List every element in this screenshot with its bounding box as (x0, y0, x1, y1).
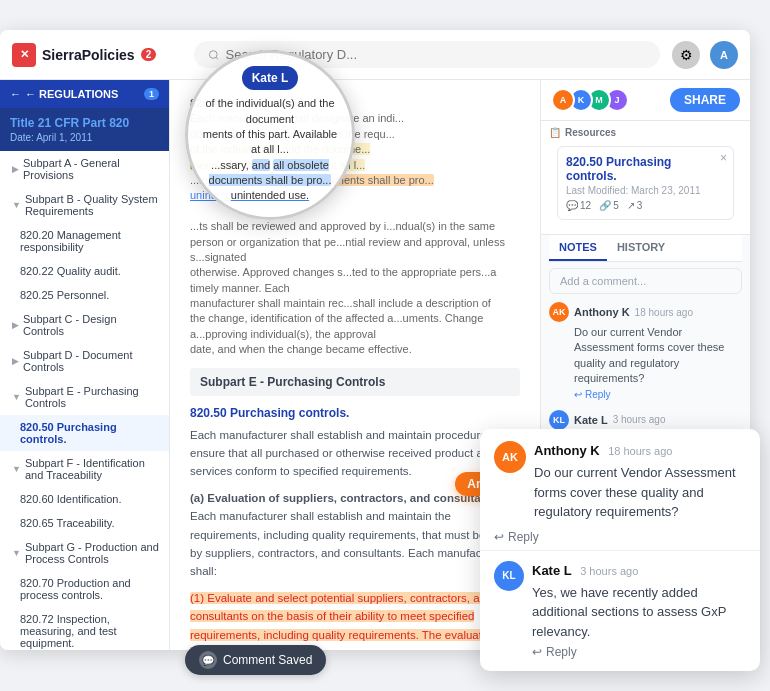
sidebar-item-label: Subpart F - Identification and Traceabil… (25, 457, 159, 481)
add-comment-field[interactable]: Add a comment... (549, 268, 742, 294)
commenter-name-1: Anthony K (574, 306, 630, 318)
popup-reply-anthony[interactable]: ↩ Reply (480, 530, 760, 550)
popup-avatar-anthony: AK (494, 441, 526, 473)
resource-card-title: 820.50 Purchasing controls. (566, 155, 725, 183)
sidebar-item-820-65[interactable]: 820.65 Traceability. (0, 511, 169, 535)
magnifier-highlight-and: and (252, 159, 270, 171)
resources-label: 📋 Resources (549, 127, 742, 138)
reply-label-1: Reply (585, 389, 611, 400)
sidebar-item-label: Subpart D - Document Controls (23, 349, 159, 373)
sidebar-item-label: 820.70 Production and process controls. (20, 577, 159, 601)
logo-area: ✕ SierraPolicies 2 (12, 43, 182, 67)
panel-tabs: NOTES HISTORY (549, 235, 742, 262)
sidebar-back-button[interactable]: ← ← REGULATIONS 1 (0, 80, 169, 108)
popup-second-content: Kate L 3 hours ago Yes, we have recently… (532, 561, 746, 642)
sidebar-item-label: 820.20 Management responsibility (20, 229, 159, 253)
doc-subsection-820-50: 820.50 Purchasing controls. Each manufac… (190, 404, 520, 650)
sidebar-item-label: 820.65 Traceability. (20, 517, 115, 529)
logo-icon: ✕ (12, 43, 36, 67)
popup-author-kate: Kate L (532, 563, 572, 578)
chevron-icon: ▶ (12, 164, 19, 174)
sidebar-item-820-50[interactable]: 820.50 Purchasing controls. (0, 415, 169, 451)
magnifier-label: Kate L (242, 66, 299, 90)
popup-time-anthony: 18 hours ago (608, 445, 672, 457)
sidebar-item-label: Subpart G - Production and Process Contr… (25, 541, 159, 565)
logo-text: SierraPolicies (42, 47, 135, 63)
sidebar-item-820-70[interactable]: 820.70 Production and process controls. (0, 571, 169, 607)
magnifier-overlay: Kate L of the individual(s) and the docu… (185, 50, 355, 220)
svg-point-0 (209, 50, 217, 58)
doc-section-header-e: Subpart E - Purchasing Controls (190, 368, 520, 396)
magnifier-underline-text: unintended use. (231, 189, 309, 201)
sidebar-item-820-20[interactable]: 820.20 Management responsibility (0, 223, 169, 259)
sidebar-item-subpart-g[interactable]: ▼ Subpart G - Production and Process Con… (0, 535, 169, 571)
doc-section-header-text: Subpart E - Purchasing Controls (200, 375, 385, 389)
popup-reply-label-2: Reply (546, 645, 577, 659)
magnifier-content: Kate L of the individual(s) and the docu… (188, 56, 352, 214)
sidebar-item-subpart-c[interactable]: ▶ Subpart C - Design Controls (0, 307, 169, 343)
top-bar: ✕ SierraPolicies 2 ⚙ A (0, 30, 750, 80)
doc-para-a: (a) Evaluation of suppliers, contractors… (190, 489, 520, 581)
toast-comment-saved: 💬 Comment Saved (185, 645, 326, 675)
comment-icon: 💬 (566, 200, 578, 211)
sidebar-item-820-25[interactable]: 820.25 Personnel. (0, 283, 169, 307)
resource-shares-count: 3 (637, 200, 643, 211)
sidebar-item-820-60[interactable]: 820.60 Identification. (0, 487, 169, 511)
sidebar-item-label: Subpart C - Design Controls (23, 313, 159, 337)
gear-icon[interactable]: ⚙ (672, 41, 700, 69)
sidebar-item-label: Subpart E - Purchasing Controls (25, 385, 159, 409)
resource-comments-count: 12 (580, 200, 591, 211)
sidebar-comment-badge: 1 (144, 88, 159, 100)
sidebar-item-label: 820.72 Inspection, measuring, and test e… (20, 613, 159, 649)
sidebar-item-820-72[interactable]: 820.72 Inspection, measuring, and test e… (0, 607, 169, 650)
regulation-date: Date: April 1, 2011 (10, 132, 159, 143)
user-avatar[interactable]: A (710, 41, 738, 69)
reply-arrow-icon: ↩ (574, 389, 582, 400)
chevron-icon: ▼ (12, 200, 21, 210)
chevron-icon: ▼ (12, 548, 21, 558)
sidebar-item-subpart-f[interactable]: ▼ Subpart F - Identification and Traceab… (0, 451, 169, 487)
magnifier-text: of the individual(s) and the document me… (198, 96, 342, 204)
chevron-icon: ▼ (12, 392, 21, 402)
resource-card-close[interactable]: × (720, 151, 727, 165)
sidebar-item-subpart-a[interactable]: ▶ Subpart A - General Provisions (0, 151, 169, 187)
tab-notes[interactable]: NOTES (549, 235, 607, 261)
avatar-anthony: A (551, 88, 575, 112)
resource-card: × 820.50 Purchasing controls. Last Modif… (557, 146, 734, 220)
sidebar-item-820-22[interactable]: 820.22 Quality audit. (0, 259, 169, 283)
reply-link-1[interactable]: ↩ Reply (574, 389, 742, 400)
chevron-icon: ▶ (12, 356, 19, 366)
comment-avatar-anthony: AK (549, 302, 569, 322)
sidebar-item-label: Subpart B - Quality System Requirements (25, 193, 159, 217)
resource-stats: 💬 12 🔗 5 ↗ 3 (566, 200, 725, 211)
sidebar-item-label: 820.22 Quality audit. (20, 265, 121, 277)
popup-reply-arrow-1: ↩ (494, 530, 504, 544)
popup-second-name-row: Kate L 3 hours ago (532, 561, 746, 579)
back-arrow-icon: ← (10, 88, 21, 100)
toast-icon: 💬 (199, 651, 217, 669)
sidebar-item-label: 820.25 Personnel. (20, 289, 109, 301)
comment-text-1: Do our current Vendor Assessment forms c… (574, 325, 742, 387)
sidebar: ← ← REGULATIONS 1 Title 21 CFR Part 820 … (0, 80, 170, 650)
comment-item-1: AK Anthony K 18 hours ago Do our current… (549, 302, 742, 400)
search-icon (208, 49, 220, 61)
sidebar-item-label: 820.60 Identification. (20, 493, 122, 505)
popup-initials-kate: KL (502, 570, 515, 581)
comment-time-1: 18 hours ago (635, 307, 693, 318)
resource-links-stat: 🔗 5 (599, 200, 619, 211)
popup-reply-label-1: Reply (508, 530, 539, 544)
regulation-title: Title 21 CFR Part 820 (10, 116, 159, 130)
popup-text-kate: Yes, we have recently added additional s… (532, 583, 746, 642)
share-icon: ↗ (627, 200, 635, 211)
tab-history[interactable]: HISTORY (607, 235, 675, 261)
magnifier-highlight-obsolete: all obsolete documents shall be pro... (209, 159, 332, 186)
sidebar-item-subpart-e[interactable]: ▼ Subpart E - Purchasing Controls (0, 379, 169, 415)
comment-avatar-kate: KL (549, 410, 569, 430)
sidebar-item-label: Subpart A - General Provisions (23, 157, 159, 181)
popup-initials-anthony: AK (502, 451, 518, 463)
sidebar-item-subpart-d[interactable]: ▶ Subpart D - Document Controls (0, 343, 169, 379)
popup-author-anthony: Anthony K (534, 443, 600, 458)
popup-reply-kate[interactable]: ↩ Reply (494, 645, 746, 659)
share-button[interactable]: SHARE (670, 88, 740, 112)
sidebar-item-subpart-b[interactable]: ▼ Subpart B - Quality System Requirement… (0, 187, 169, 223)
